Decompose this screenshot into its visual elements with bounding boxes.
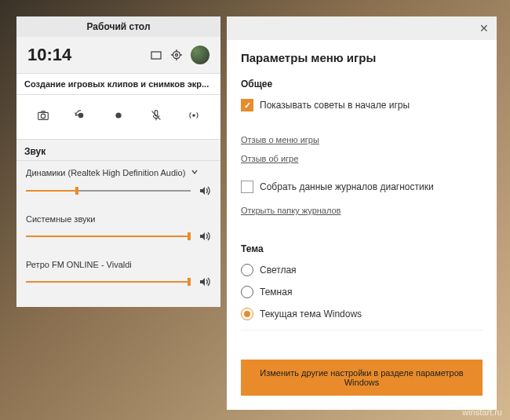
divider <box>241 330 483 331</box>
close-icon[interactable]: ✕ <box>479 22 489 35</box>
settings-header: ✕ <box>227 16 497 40</box>
svg-marker-16 <box>200 232 205 240</box>
svg-point-1 <box>173 52 180 59</box>
more-settings-button[interactable]: Изменить другие настройки в разделе пара… <box>241 360 483 396</box>
theme-light-row[interactable]: Светлая <box>241 264 483 276</box>
speaker-icon[interactable] <box>199 230 211 243</box>
top-icons <box>150 46 209 64</box>
theme-heading: Тема <box>241 243 483 254</box>
volume-slider[interactable] <box>26 236 191 237</box>
general-heading: Общее <box>241 79 483 89</box>
show-tips-row[interactable]: Показывать советы в начале игры <box>241 99 483 111</box>
top-row: 10:14 <box>16 37 220 73</box>
audio-device-row: Динамики (Realtek High Definition Audio) <box>16 161 220 197</box>
svg-marker-17 <box>200 278 205 286</box>
theme-light-label: Светлая <box>260 265 297 276</box>
chevron-down-icon[interactable] <box>190 167 199 178</box>
theme-light-radio[interactable] <box>241 264 253 276</box>
theme-current-label: Текущая тема Windows <box>260 309 362 320</box>
speaker-icon[interactable] <box>199 184 211 197</box>
svg-point-14 <box>192 114 195 117</box>
speaker-icon[interactable] <box>199 276 211 288</box>
show-tips-label: Показывать советы в начале игры <box>260 100 410 111</box>
settings-title: Параметры меню игры <box>241 51 483 64</box>
panel-title: Рабочий стол <box>16 16 220 37</box>
screenshot-button[interactable] <box>32 104 54 126</box>
app-sounds-row: Ретро FM ONLINE - Vivaldi <box>16 254 220 307</box>
watermark: winstart.ru <box>462 407 502 417</box>
show-tips-checkbox[interactable] <box>241 99 253 111</box>
volume-slider[interactable] <box>26 190 191 192</box>
svg-rect-0 <box>151 52 161 59</box>
avatar[interactable] <box>191 46 209 64</box>
capture-controls <box>16 95 220 140</box>
volume-slider-row <box>26 276 211 288</box>
collect-logs-checkbox[interactable] <box>241 181 253 193</box>
svg-point-10 <box>115 112 121 118</box>
volume-slider-row <box>26 184 211 197</box>
mic-muted-button[interactable] <box>145 104 167 126</box>
collect-logs-row[interactable]: Собрать данные журналов диагностики <box>241 181 483 193</box>
app-sounds-label: Ретро FM ONLINE - Vivaldi <box>26 260 211 269</box>
feedback-game-link[interactable]: Отзыв об игре <box>241 154 298 163</box>
theme-current-radio[interactable] <box>241 308 253 320</box>
settings-footer: Изменить другие настройки в разделе пара… <box>227 345 497 410</box>
clock: 10:14 <box>27 45 150 65</box>
game-bar-panel: Рабочий стол 10:14 Создание игровых клип… <box>16 16 220 307</box>
volume-slider[interactable] <box>26 281 191 283</box>
open-logs-link[interactable]: Открыть папку журналов <box>241 206 341 215</box>
system-sounds-label: Системные звуки <box>26 214 211 224</box>
sound-heading: Звук <box>16 140 220 161</box>
window-icon[interactable] <box>150 49 162 61</box>
capture-subtitle: Создание игровых клипов и снимков экр... <box>16 73 220 95</box>
broadcast-button[interactable] <box>183 104 205 126</box>
system-sounds-row: Системные звуки <box>16 208 220 243</box>
svg-point-8 <box>41 114 45 118</box>
theme-dark-label: Темная <box>260 287 292 298</box>
theme-current-row[interactable]: Текущая тема Windows <box>241 308 483 320</box>
settings-body: Параметры меню игры Общее Показывать сов… <box>227 40 497 345</box>
audio-device-label[interactable]: Динамики (Realtek High Definition Audio) <box>26 167 211 178</box>
theme-dark-row[interactable]: Темная <box>241 286 483 298</box>
record-last-button[interactable] <box>70 104 92 126</box>
theme-dark-radio[interactable] <box>241 286 253 298</box>
feedback-menu-link[interactable]: Отзыв о меню игры <box>241 135 319 144</box>
collect-logs-label: Собрать данные журналов диагностики <box>260 181 434 192</box>
svg-marker-15 <box>200 187 205 195</box>
record-button[interactable] <box>107 104 129 126</box>
svg-point-2 <box>176 54 178 57</box>
volume-slider-row <box>26 230 211 243</box>
audio-device-text: Динамики (Realtek High Definition Audio) <box>26 168 185 177</box>
svg-point-9 <box>78 113 82 117</box>
settings-panel: ✕ Параметры меню игры Общее Показывать с… <box>227 16 497 410</box>
gear-icon[interactable] <box>170 49 183 61</box>
